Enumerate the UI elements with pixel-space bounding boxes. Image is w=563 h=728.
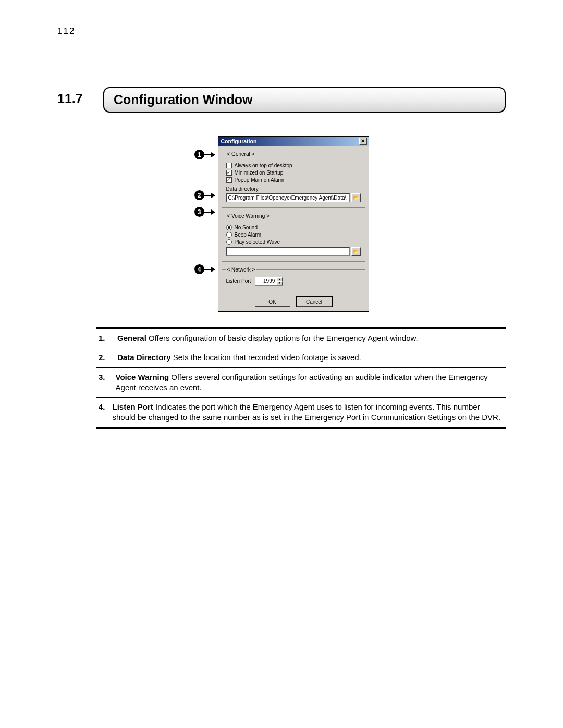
- description-item: 1. General Offers configuration of basic…: [96, 329, 506, 348]
- play-wave-radio[interactable]: [226, 239, 232, 245]
- always-on-top-checkbox[interactable]: [226, 163, 232, 168]
- spin-up-icon[interactable]: ▲: [276, 277, 283, 281]
- wave-path-input[interactable]: [226, 247, 350, 256]
- description-term: Data Directory: [117, 353, 171, 362]
- beep-alarm-label: Beep Alarm: [235, 232, 262, 238]
- callout-3-number: 3: [194, 207, 204, 217]
- voice-warning-group: < Voice Warning > No Sound Beep Alarm Pl…: [222, 213, 365, 262]
- network-group: < Network > Listen Port ▲ ▼: [222, 267, 365, 291]
- cancel-button[interactable]: Cancel: [297, 297, 332, 307]
- callout-4: 4: [194, 264, 215, 274]
- popup-main-checkbox[interactable]: ✓: [226, 177, 232, 183]
- browse-wave-button[interactable]: 📂: [351, 247, 361, 256]
- data-directory-label: Data directory: [226, 186, 361, 192]
- callout-2: 2: [194, 190, 215, 200]
- general-legend: < General >: [226, 151, 256, 157]
- description-term: Listen Port: [113, 402, 153, 411]
- description-item: 3. Voice Warning Offers several configur…: [96, 368, 506, 398]
- browse-data-dir-button[interactable]: 📂: [351, 193, 361, 202]
- callout-1: 1: [194, 150, 215, 159]
- section-heading: 11.7 Configuration Window: [57, 87, 506, 113]
- screenshot-figure: 1 2 3 4 Configuration ✕: [57, 136, 506, 312]
- description-list: 1. General Offers configuration of basic…: [96, 327, 506, 429]
- description-body: Offers several configuration settings fo…: [116, 373, 488, 392]
- arrow-right-icon: [204, 269, 215, 270]
- listen-port-input[interactable]: [255, 277, 276, 285]
- arrow-right-icon: [204, 212, 215, 213]
- minimized-on-startup-label: Minimized on Startup: [235, 170, 284, 176]
- spin-down-icon[interactable]: ▼: [276, 281, 283, 286]
- general-group: < General > Always on top of desktop ✓ M…: [222, 151, 365, 208]
- always-on-top-label: Always on top of desktop: [235, 163, 292, 168]
- description-body: Sets the location that recorded video fo…: [171, 353, 361, 362]
- description-number: 4.: [99, 402, 105, 423]
- no-sound-label: No Sound: [235, 225, 258, 230]
- description-number: 1.: [99, 333, 110, 343]
- configuration-dialog: Configuration ✕ < General > Always on to…: [218, 136, 369, 312]
- callout-1-number: 1: [194, 150, 204, 159]
- listen-port-label: Listen Port: [226, 278, 251, 284]
- description-body: Offers configuration of basic display op…: [146, 334, 418, 342]
- voice-warning-legend: < Voice Warning >: [226, 213, 271, 219]
- callout-3: 3: [194, 207, 215, 217]
- description-item: 2. Data Directory Sets the location that…: [96, 348, 506, 367]
- callout-2-number: 2: [194, 190, 204, 200]
- page-number: 112: [57, 26, 506, 40]
- description-number: 2.: [99, 352, 110, 363]
- arrow-right-icon: [204, 154, 215, 155]
- no-sound-radio[interactable]: [226, 225, 232, 230]
- data-directory-input[interactable]: [226, 193, 350, 202]
- dialog-titlebar: Configuration ✕: [218, 137, 369, 146]
- arrow-right-icon: [204, 195, 215, 196]
- dialog-title: Configuration: [221, 138, 257, 144]
- description-body: Indicates the port which the Emergency A…: [113, 402, 501, 422]
- ok-button[interactable]: OK: [255, 297, 290, 307]
- beep-alarm-radio[interactable]: [226, 232, 232, 238]
- network-legend: < Network >: [226, 267, 256, 273]
- description-item: 4. Listen Port Indicates the port which …: [96, 398, 506, 427]
- section-title: Configuration Window: [103, 87, 506, 113]
- play-wave-label: Play selected Wave: [235, 239, 280, 245]
- description-number: 3.: [99, 372, 108, 393]
- description-term: Voice Warning: [116, 373, 169, 381]
- close-icon[interactable]: ✕: [359, 138, 367, 145]
- popup-main-label: Popup Main on Alarm: [235, 177, 285, 183]
- section-number: 11.7: [57, 87, 94, 113]
- callout-4-number: 4: [194, 264, 204, 274]
- description-term: General: [117, 334, 146, 342]
- minimized-on-startup-checkbox[interactable]: ✓: [226, 170, 232, 176]
